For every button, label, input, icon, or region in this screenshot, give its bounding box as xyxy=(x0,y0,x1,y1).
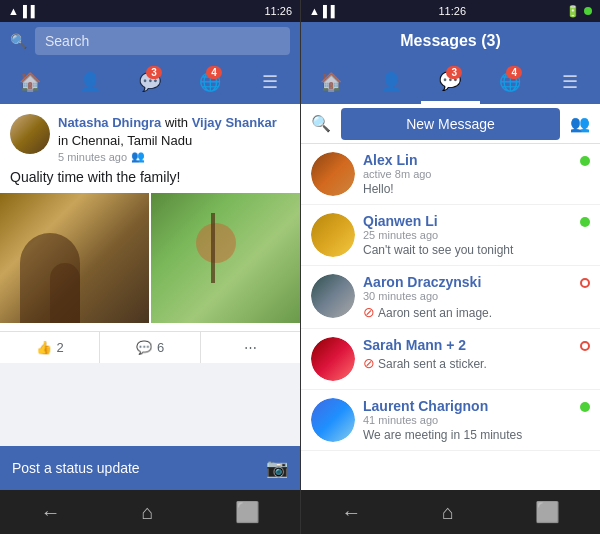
message-preview: Hello! xyxy=(363,182,572,196)
people-icon: 👥 xyxy=(131,150,145,163)
left-screen: ▲ ▌▌ 11:26 🔍 🏠 👤 💬 3 🌐 4 xyxy=(0,0,300,534)
tab-home-left[interactable]: 🏠 xyxy=(0,60,60,104)
comment-count: 6 xyxy=(157,340,164,355)
photo-left xyxy=(0,193,149,323)
message-time: 41 minutes ago xyxy=(363,414,572,426)
tab-messages-left[interactable]: 💬 3 xyxy=(120,60,180,104)
people-button[interactable]: 👥 xyxy=(564,108,596,140)
post-card: Natasha Dhingra with Vijay Shankar in Ch… xyxy=(0,104,300,363)
message-item[interactable]: Laurent Charignon 41 minutes ago We are … xyxy=(301,390,600,451)
home-icon-right: 🏠 xyxy=(320,71,342,93)
message-avatar xyxy=(311,337,355,381)
online-indicator xyxy=(584,7,592,15)
post-author-secondary[interactable]: Vijay Shankar xyxy=(192,115,277,130)
tab-menu-right[interactable]: ☰ xyxy=(540,60,600,104)
camera-icon[interactable]: 📷 xyxy=(266,457,288,479)
signal-icon-right: ▌▌ xyxy=(323,5,339,17)
new-message-button[interactable]: New Message xyxy=(341,108,560,140)
message-avatar xyxy=(311,213,355,257)
right-bottom-nav: ← ⌂ ⬜ xyxy=(301,490,600,534)
search-bar: 🔍 xyxy=(0,22,300,60)
message-preview: ⊘Aaron sent an image. xyxy=(363,304,572,320)
message-preview: We are meeting in 15 minutes xyxy=(363,428,572,442)
left-bottom-nav: ← ⌂ ⬜ xyxy=(0,490,300,534)
tab-friends-left[interactable]: 👤 xyxy=(60,60,120,104)
post-location: in Chennai, Tamil Nadu xyxy=(58,133,192,148)
home-button-left[interactable]: ⌂ xyxy=(121,493,173,532)
search-icon: 🔍 xyxy=(10,33,27,49)
home-icon: 🏠 xyxy=(19,71,41,93)
tab-globe-left[interactable]: 🌐 4 xyxy=(180,60,240,104)
status-update-text[interactable]: Post a status update xyxy=(12,460,140,476)
status-update-bar[interactable]: Post a status update 📷 xyxy=(0,446,300,490)
left-nav-tabs: 🏠 👤 💬 3 🌐 4 ☰ xyxy=(0,60,300,104)
post-header: Natasha Dhingra with Vijay Shankar in Ch… xyxy=(0,104,300,169)
right-status-icons: ▲ ▌▌ xyxy=(309,5,339,17)
message-time: 25 minutes ago xyxy=(363,229,572,241)
more-action[interactable]: ⋯ xyxy=(201,332,300,363)
message-item[interactable]: Qianwen Li 25 minutes ago Can't wait to … xyxy=(301,205,600,266)
message-name: Alex Lin xyxy=(363,152,572,168)
message-item[interactable]: Alex Lin active 8m ago Hello! xyxy=(301,144,600,205)
tab-menu-left[interactable]: ☰ xyxy=(240,60,300,104)
right-status-bar: ▲ ▌▌ 11:26 🔋 xyxy=(301,0,600,22)
message-search-button[interactable]: 🔍 xyxy=(305,108,337,140)
post-with: with xyxy=(165,115,188,130)
message-preview: Can't wait to see you tonight xyxy=(363,243,572,257)
message-content: Alex Lin active 8m ago Hello! xyxy=(363,152,572,196)
comment-action[interactable]: 💬 6 xyxy=(100,332,200,363)
back-button-right[interactable]: ← xyxy=(321,493,381,532)
post-names: Natasha Dhingra with Vijay Shankar in Ch… xyxy=(58,114,290,150)
recents-button-right[interactable]: ⬜ xyxy=(515,492,580,532)
back-button-left[interactable]: ← xyxy=(20,493,80,532)
message-status xyxy=(580,402,590,412)
message-content: Aaron Draczynski 30 minutes ago ⊘Aaron s… xyxy=(363,274,572,320)
message-status xyxy=(580,156,590,166)
search-icon-msg: 🔍 xyxy=(311,114,331,133)
post-author-primary[interactable]: Natasha Dhingra xyxy=(58,115,161,130)
message-preview: ⊘Sarah sent a sticker. xyxy=(363,355,572,371)
comment-icon: 💬 xyxy=(136,340,152,355)
photo-grid xyxy=(0,193,300,323)
right-time: 11:26 xyxy=(439,5,467,17)
message-avatar xyxy=(311,274,355,318)
friends-icon: 👤 xyxy=(79,71,101,93)
post-avatar xyxy=(10,114,50,154)
globe-badge-right: 4 xyxy=(506,66,522,79)
message-name: Laurent Charignon xyxy=(363,398,572,414)
tab-messages-right[interactable]: 💬 3 xyxy=(421,60,481,104)
messages-list: Alex Lin active 8m ago Hello! Qianwen Li… xyxy=(301,144,600,490)
message-status xyxy=(580,217,590,227)
tab-friends-right[interactable]: 👤 xyxy=(361,60,421,104)
photo-right xyxy=(151,193,300,323)
message-name: Aaron Draczynski xyxy=(363,274,572,290)
home-button-right[interactable]: ⌂ xyxy=(422,493,474,532)
like-action[interactable]: 👍 2 xyxy=(0,332,100,363)
messages-title: Messages (3) xyxy=(400,32,501,50)
message-toolbar: 🔍 New Message 👥 xyxy=(301,104,600,144)
messages-badge-left: 3 xyxy=(146,66,162,79)
post-actions: 👍 2 💬 6 ⋯ xyxy=(0,331,300,363)
post-body: Quality time with the family! xyxy=(0,169,300,193)
post-time: 5 minutes ago 👥 xyxy=(58,150,290,163)
message-content: Laurent Charignon 41 minutes ago We are … xyxy=(363,398,572,442)
status-bar-left-icons: ▲ ▌▌ xyxy=(8,5,38,17)
message-status xyxy=(580,278,590,288)
battery-icon-right: 🔋 xyxy=(566,5,580,18)
globe-badge-left: 4 xyxy=(206,66,222,79)
recents-button-left[interactable]: ⬜ xyxy=(215,492,280,532)
feed: Natasha Dhingra with Vijay Shankar in Ch… xyxy=(0,104,300,446)
message-item[interactable]: Aaron Draczynski 30 minutes ago ⊘Aaron s… xyxy=(301,266,600,329)
like-icon: 👍 xyxy=(36,340,52,355)
tab-globe-right[interactable]: 🌐 4 xyxy=(480,60,540,104)
message-time: 30 minutes ago xyxy=(363,290,572,302)
search-input[interactable] xyxy=(35,27,290,55)
more-icon: ⋯ xyxy=(244,340,257,355)
message-item[interactable]: Sarah Mann + 2 ⊘Sarah sent a sticker. xyxy=(301,329,600,390)
message-avatar xyxy=(311,398,355,442)
menu-icon-left: ☰ xyxy=(262,71,278,93)
signal-icon: ▌▌ xyxy=(23,5,39,17)
tab-home-right[interactable]: 🏠 xyxy=(301,60,361,104)
message-name: Sarah Mann + 2 xyxy=(363,337,572,353)
wifi-icon-right: ▲ xyxy=(309,5,320,17)
